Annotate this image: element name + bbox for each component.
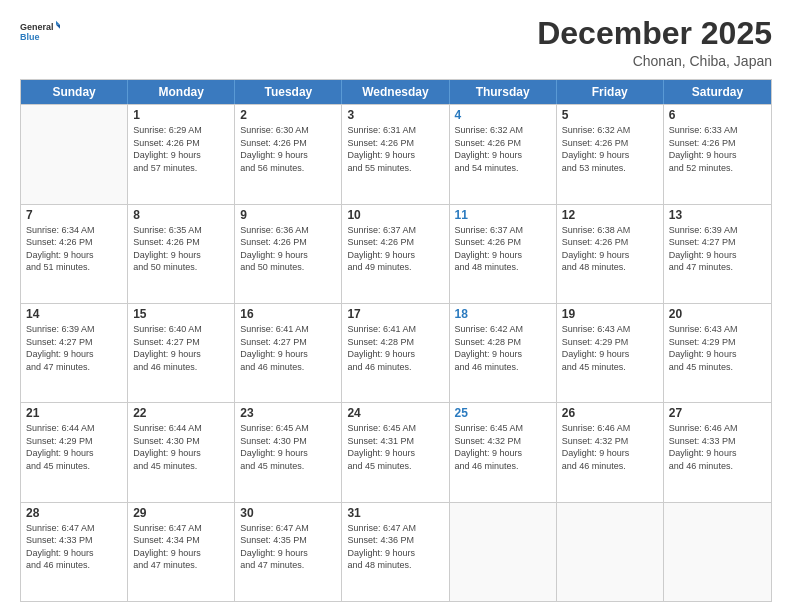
day-number: 14 [26,307,122,321]
day-number: 5 [562,108,658,122]
calendar-row-2: 14Sunrise: 6:39 AMSunset: 4:27 PMDayligh… [21,303,771,402]
day-number: 16 [240,307,336,321]
month-title: December 2025 [537,16,772,51]
day-info: Sunrise: 6:39 AMSunset: 4:27 PMDaylight:… [669,224,766,274]
day-cell-20: 20Sunrise: 6:43 AMSunset: 4:29 PMDayligh… [664,304,771,402]
day-cell-23: 23Sunrise: 6:45 AMSunset: 4:30 PMDayligh… [235,403,342,501]
day-number: 19 [562,307,658,321]
day-number: 30 [240,506,336,520]
day-info: Sunrise: 6:37 AMSunset: 4:26 PMDaylight:… [455,224,551,274]
svg-marker-3 [56,25,60,29]
day-number: 31 [347,506,443,520]
day-number: 1 [133,108,229,122]
header-day-saturday: Saturday [664,80,771,104]
day-cell-26: 26Sunrise: 6:46 AMSunset: 4:32 PMDayligh… [557,403,664,501]
day-info: Sunrise: 6:36 AMSunset: 4:26 PMDaylight:… [240,224,336,274]
day-number: 28 [26,506,122,520]
header-day-wednesday: Wednesday [342,80,449,104]
day-cell-15: 15Sunrise: 6:40 AMSunset: 4:27 PMDayligh… [128,304,235,402]
day-info: Sunrise: 6:45 AMSunset: 4:30 PMDaylight:… [240,422,336,472]
day-number: 8 [133,208,229,222]
day-cell-8: 8Sunrise: 6:35 AMSunset: 4:26 PMDaylight… [128,205,235,303]
day-info: Sunrise: 6:41 AMSunset: 4:27 PMDaylight:… [240,323,336,373]
day-cell-24: 24Sunrise: 6:45 AMSunset: 4:31 PMDayligh… [342,403,449,501]
day-number: 10 [347,208,443,222]
header-day-thursday: Thursday [450,80,557,104]
svg-text:Blue: Blue [20,32,40,42]
day-cell-2: 2Sunrise: 6:30 AMSunset: 4:26 PMDaylight… [235,105,342,203]
empty-cell [664,503,771,601]
day-cell-9: 9Sunrise: 6:36 AMSunset: 4:26 PMDaylight… [235,205,342,303]
day-cell-28: 28Sunrise: 6:47 AMSunset: 4:33 PMDayligh… [21,503,128,601]
day-number: 13 [669,208,766,222]
day-info: Sunrise: 6:44 AMSunset: 4:30 PMDaylight:… [133,422,229,472]
day-info: Sunrise: 6:45 AMSunset: 4:32 PMDaylight:… [455,422,551,472]
empty-cell [21,105,128,203]
day-cell-19: 19Sunrise: 6:43 AMSunset: 4:29 PMDayligh… [557,304,664,402]
day-number: 25 [455,406,551,420]
day-info: Sunrise: 6:33 AMSunset: 4:26 PMDaylight:… [669,124,766,174]
day-number: 7 [26,208,122,222]
day-info: Sunrise: 6:37 AMSunset: 4:26 PMDaylight:… [347,224,443,274]
day-number: 26 [562,406,658,420]
day-info: Sunrise: 6:41 AMSunset: 4:28 PMDaylight:… [347,323,443,373]
empty-cell [557,503,664,601]
day-info: Sunrise: 6:32 AMSunset: 4:26 PMDaylight:… [562,124,658,174]
day-info: Sunrise: 6:47 AMSunset: 4:35 PMDaylight:… [240,522,336,572]
logo-svg: General Blue [20,16,60,51]
day-cell-12: 12Sunrise: 6:38 AMSunset: 4:26 PMDayligh… [557,205,664,303]
day-info: Sunrise: 6:46 AMSunset: 4:32 PMDaylight:… [562,422,658,472]
day-cell-30: 30Sunrise: 6:47 AMSunset: 4:35 PMDayligh… [235,503,342,601]
day-cell-11: 11Sunrise: 6:37 AMSunset: 4:26 PMDayligh… [450,205,557,303]
day-info: Sunrise: 6:43 AMSunset: 4:29 PMDaylight:… [669,323,766,373]
day-number: 12 [562,208,658,222]
title-block: December 2025 Chonan, Chiba, Japan [537,16,772,69]
header-day-sunday: Sunday [21,80,128,104]
day-cell-18: 18Sunrise: 6:42 AMSunset: 4:28 PMDayligh… [450,304,557,402]
logo: General Blue [20,16,60,51]
calendar: SundayMondayTuesdayWednesdayThursdayFrid… [20,79,772,602]
header-day-friday: Friday [557,80,664,104]
header: General Blue December 2025 Chonan, Chiba… [20,16,772,69]
day-cell-5: 5Sunrise: 6:32 AMSunset: 4:26 PMDaylight… [557,105,664,203]
day-cell-10: 10Sunrise: 6:37 AMSunset: 4:26 PMDayligh… [342,205,449,303]
day-cell-7: 7Sunrise: 6:34 AMSunset: 4:26 PMDaylight… [21,205,128,303]
day-number: 24 [347,406,443,420]
day-cell-6: 6Sunrise: 6:33 AMSunset: 4:26 PMDaylight… [664,105,771,203]
day-cell-21: 21Sunrise: 6:44 AMSunset: 4:29 PMDayligh… [21,403,128,501]
day-number: 22 [133,406,229,420]
day-cell-13: 13Sunrise: 6:39 AMSunset: 4:27 PMDayligh… [664,205,771,303]
day-cell-14: 14Sunrise: 6:39 AMSunset: 4:27 PMDayligh… [21,304,128,402]
location: Chonan, Chiba, Japan [537,53,772,69]
day-info: Sunrise: 6:45 AMSunset: 4:31 PMDaylight:… [347,422,443,472]
day-info: Sunrise: 6:43 AMSunset: 4:29 PMDaylight:… [562,323,658,373]
day-number: 15 [133,307,229,321]
day-number: 29 [133,506,229,520]
day-number: 21 [26,406,122,420]
day-info: Sunrise: 6:38 AMSunset: 4:26 PMDaylight:… [562,224,658,274]
day-info: Sunrise: 6:29 AMSunset: 4:26 PMDaylight:… [133,124,229,174]
calendar-header: SundayMondayTuesdayWednesdayThursdayFrid… [21,80,771,104]
day-number: 4 [455,108,551,122]
day-cell-25: 25Sunrise: 6:45 AMSunset: 4:32 PMDayligh… [450,403,557,501]
day-info: Sunrise: 6:42 AMSunset: 4:28 PMDaylight:… [455,323,551,373]
day-number: 27 [669,406,766,420]
calendar-row-4: 28Sunrise: 6:47 AMSunset: 4:33 PMDayligh… [21,502,771,601]
day-cell-1: 1Sunrise: 6:29 AMSunset: 4:26 PMDaylight… [128,105,235,203]
day-info: Sunrise: 6:31 AMSunset: 4:26 PMDaylight:… [347,124,443,174]
day-number: 9 [240,208,336,222]
day-info: Sunrise: 6:30 AMSunset: 4:26 PMDaylight:… [240,124,336,174]
empty-cell [450,503,557,601]
day-info: Sunrise: 6:44 AMSunset: 4:29 PMDaylight:… [26,422,122,472]
day-cell-22: 22Sunrise: 6:44 AMSunset: 4:30 PMDayligh… [128,403,235,501]
calendar-body: 1Sunrise: 6:29 AMSunset: 4:26 PMDaylight… [21,104,771,601]
calendar-row-1: 7Sunrise: 6:34 AMSunset: 4:26 PMDaylight… [21,204,771,303]
page: General Blue December 2025 Chonan, Chiba… [0,0,792,612]
header-day-monday: Monday [128,80,235,104]
day-info: Sunrise: 6:46 AMSunset: 4:33 PMDaylight:… [669,422,766,472]
day-cell-27: 27Sunrise: 6:46 AMSunset: 4:33 PMDayligh… [664,403,771,501]
svg-marker-2 [56,21,60,25]
day-number: 17 [347,307,443,321]
day-info: Sunrise: 6:47 AMSunset: 4:33 PMDaylight:… [26,522,122,572]
day-number: 2 [240,108,336,122]
